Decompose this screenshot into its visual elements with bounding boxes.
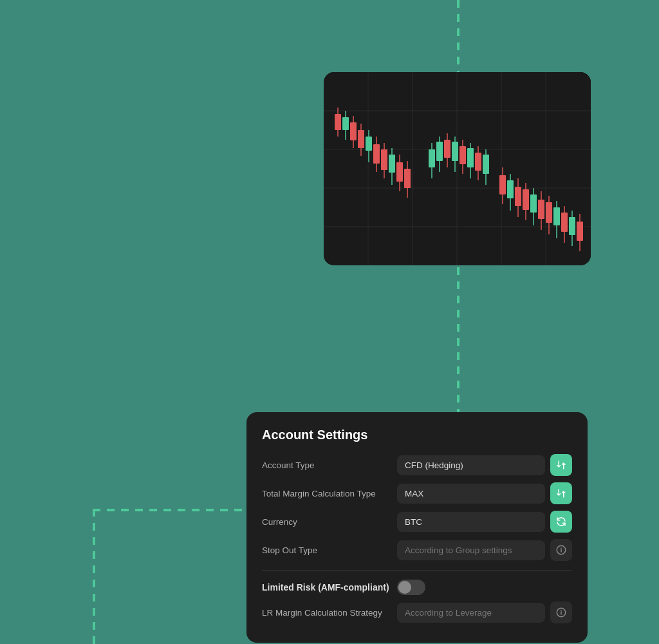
limited-risk-label: Limited Risk (AMF-compliant) [262, 582, 389, 592]
svg-rect-31 [429, 149, 435, 167]
stop-out-label: Stop Out Type [262, 545, 397, 555]
limited-risk-toggle[interactable] [397, 580, 425, 595]
svg-rect-43 [475, 153, 481, 171]
svg-rect-57 [538, 200, 544, 219]
account-type-value: CFD (Hedging) [397, 455, 545, 475]
svg-rect-27 [396, 162, 403, 182]
divider [262, 570, 572, 571]
svg-rect-61 [553, 207, 560, 225]
svg-rect-17 [358, 130, 364, 148]
svg-rect-21 [373, 144, 380, 164]
stop-out-row: Stop Out Type According to Group setting… [262, 539, 572, 561]
svg-rect-29 [404, 169, 411, 188]
account-type-value-wrap: CFD (Hedging) [397, 454, 572, 476]
svg-rect-13 [342, 117, 349, 130]
lr-margin-label: LR Margin Calculation Strategy [262, 608, 397, 618]
svg-rect-49 [507, 180, 514, 198]
svg-rect-55 [530, 194, 537, 213]
svg-rect-19 [366, 137, 372, 151]
svg-rect-35 [444, 140, 450, 158]
currency-value-wrap: BTC [397, 511, 572, 533]
total-margin-sort-button[interactable] [550, 482, 572, 504]
svg-rect-37 [452, 142, 458, 161]
svg-rect-11 [335, 114, 341, 130]
svg-rect-39 [459, 146, 466, 164]
svg-rect-45 [483, 155, 489, 174]
stop-out-info-button[interactable] [550, 539, 572, 561]
currency-value: BTC [397, 512, 545, 532]
total-margin-label: Total Margin Calculation Type [262, 489, 397, 498]
svg-rect-23 [381, 149, 387, 170]
svg-rect-53 [523, 189, 529, 210]
card-title: Account Settings [262, 428, 572, 442]
dashed-line-mid [457, 267, 459, 415]
account-settings-card: Account Settings Account Type CFD (Hedgi… [246, 412, 588, 643]
svg-rect-33 [436, 142, 443, 161]
total-margin-value-wrap: MAX [397, 482, 572, 504]
svg-rect-63 [561, 213, 568, 232]
limited-risk-row: Limited Risk (AMF-compliant) [262, 580, 572, 595]
svg-rect-51 [515, 187, 521, 206]
total-margin-value: MAX [397, 484, 545, 504]
currency-row: Currency BTC [262, 511, 572, 533]
svg-rect-65 [569, 217, 575, 235]
lr-margin-value: According to Leverage [397, 603, 545, 623]
account-type-label: Account Type [262, 460, 397, 470]
candlestick-chart [324, 72, 591, 265]
svg-rect-59 [546, 202, 552, 223]
account-type-sort-button[interactable] [550, 454, 572, 476]
stop-out-value-wrap: According to Group settings [397, 539, 572, 561]
currency-label: Currency [262, 517, 397, 527]
svg-rect-47 [499, 175, 506, 194]
stop-out-value: According to Group settings [397, 540, 545, 560]
dashed-line-bottom-v [93, 509, 95, 644]
dashed-line-top [457, 0, 459, 74]
account-type-row: Account Type CFD (Hedging) [262, 454, 572, 476]
currency-refresh-button[interactable] [550, 511, 572, 533]
svg-rect-41 [467, 148, 474, 167]
total-margin-row: Total Margin Calculation Type MAX [262, 482, 572, 504]
toggle-knob [398, 581, 411, 594]
lr-margin-row: LR Margin Calculation Strategy According… [262, 601, 572, 623]
svg-rect-67 [577, 222, 583, 241]
svg-rect-15 [350, 122, 357, 140]
lr-margin-value-wrap: According to Leverage [397, 601, 572, 623]
svg-rect-25 [389, 155, 395, 173]
dashed-line-bottom-h [93, 509, 248, 511]
lr-margin-info-button[interactable] [550, 601, 572, 623]
